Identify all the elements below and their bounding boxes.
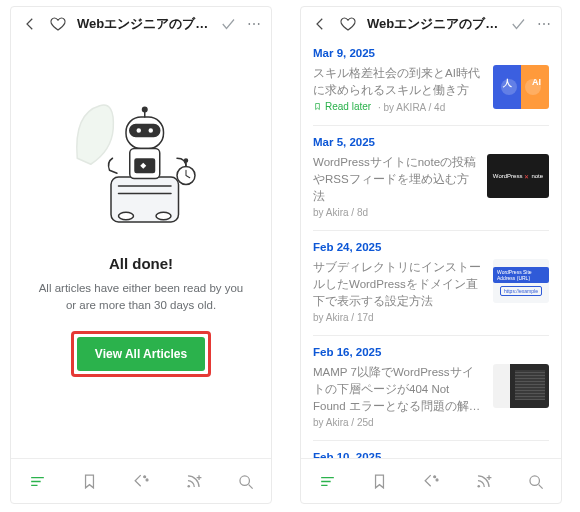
feed-title: Webエンジニアのブログ [77, 15, 209, 33]
article-title: WordPressサイトにnoteの投稿やRSSフィードを埋め込む方法 [313, 154, 479, 204]
svg-line-25 [248, 484, 252, 488]
list-item[interactable]: MAMP 7以降でWordPressサイトの下層ページが404 Not Foun… [313, 364, 549, 428]
svg-point-31 [477, 484, 480, 487]
article-title: サブディレクトリにインストールしたWordPressをドメイン直下で表示する設定… [313, 259, 485, 309]
article-meta: by Akira / 25d [313, 417, 485, 428]
heart-icon[interactable] [339, 15, 357, 33]
nav-bookmark-icon[interactable] [79, 471, 99, 491]
highlight-box: View All Articles [71, 331, 211, 377]
list-item[interactable]: WordPressサイトにnoteの投稿やRSSフィードを埋め込む方法 by A… [313, 154, 549, 218]
read-later-tag[interactable]: Read later [313, 101, 371, 112]
svg-point-24 [239, 475, 249, 485]
svg-point-20 [146, 478, 148, 480]
more-icon[interactable]: ⋯ [247, 16, 261, 32]
svg-point-30 [436, 478, 438, 480]
thumbnail: WordPress✕note [487, 154, 549, 198]
article-meta: by Akira / 8d [313, 207, 479, 218]
robot-illustration [66, 87, 216, 237]
list-item[interactable]: サブディレクトリにインストールしたWordPressをドメイン直下で表示する設定… [313, 259, 549, 323]
svg-point-6 [148, 128, 154, 134]
nav-feed-icon[interactable] [317, 471, 337, 491]
svg-point-29 [433, 475, 435, 477]
bottom-nav [301, 458, 561, 503]
svg-point-15 [156, 212, 171, 220]
list-item[interactable]: スキル格差社会の到来とAI時代に求められるスキルと働き方 Read later … [313, 65, 549, 113]
nav-search-icon[interactable] [525, 471, 545, 491]
back-icon[interactable] [311, 15, 329, 33]
empty-state: All done! All articles have either been … [11, 39, 271, 458]
empty-subtext: All articles have either been read by yo… [25, 280, 257, 315]
article-title: スキル格差社会の到来とAI時代に求められるスキルと働き方 [313, 65, 485, 98]
mark-read-icon[interactable] [509, 15, 527, 33]
article-meta: Read later · by AKIRA / 4d [313, 101, 485, 113]
screen-article-list: Webエンジニアのブログ ⋯ Mar 9, 2025 スキル格差社会の到来とAI… [300, 6, 562, 504]
nav-search-icon[interactable] [235, 471, 255, 491]
svg-point-5 [136, 128, 142, 134]
header: Webエンジニアのブログ ⋯ [11, 7, 271, 39]
nav-feed-icon[interactable] [27, 471, 47, 491]
feed-title: Webエンジニアのブログ [367, 15, 499, 33]
nav-add-feed-icon[interactable] [183, 471, 203, 491]
thumbnail: WordPress Site Address (URL)https://exam… [493, 259, 549, 303]
mark-read-icon[interactable] [219, 15, 237, 33]
empty-heading: All done! [109, 255, 173, 272]
date-header: Feb 10, 2025 [313, 440, 549, 458]
svg-point-14 [119, 212, 134, 220]
nav-explore-icon[interactable] [421, 471, 441, 491]
more-icon[interactable]: ⋯ [537, 16, 551, 32]
svg-point-13 [185, 159, 188, 162]
date-header: Feb 16, 2025 [313, 335, 549, 358]
date-header: Feb 24, 2025 [313, 230, 549, 253]
article-title: MAMP 7以降でWordPressサイトの下層ページが404 Not Foun… [313, 364, 485, 414]
bottom-nav [11, 458, 271, 503]
view-all-button[interactable]: View All Articles [77, 337, 205, 371]
article-list[interactable]: Mar 9, 2025 スキル格差社会の到来とAI時代に求められるスキルと働き方… [301, 39, 561, 458]
back-icon[interactable] [21, 15, 39, 33]
svg-point-8 [143, 107, 148, 112]
date-header: Mar 9, 2025 [313, 43, 549, 59]
svg-point-21 [187, 484, 190, 487]
svg-point-19 [143, 475, 145, 477]
article-meta: by Akira / 17d [313, 312, 485, 323]
heart-icon[interactable] [49, 15, 67, 33]
thumbnail [493, 364, 549, 408]
thumbnail: 人AI [493, 65, 549, 109]
svg-point-34 [529, 475, 539, 485]
nav-add-feed-icon[interactable] [473, 471, 493, 491]
svg-rect-4 [130, 125, 160, 137]
nav-bookmark-icon[interactable] [369, 471, 389, 491]
svg-line-35 [538, 484, 542, 488]
date-header: Mar 5, 2025 [313, 125, 549, 148]
header: Webエンジニアのブログ ⋯ [301, 7, 561, 39]
screen-empty-state: Webエンジニアのブログ ⋯ [10, 6, 272, 504]
nav-explore-icon[interactable] [131, 471, 151, 491]
